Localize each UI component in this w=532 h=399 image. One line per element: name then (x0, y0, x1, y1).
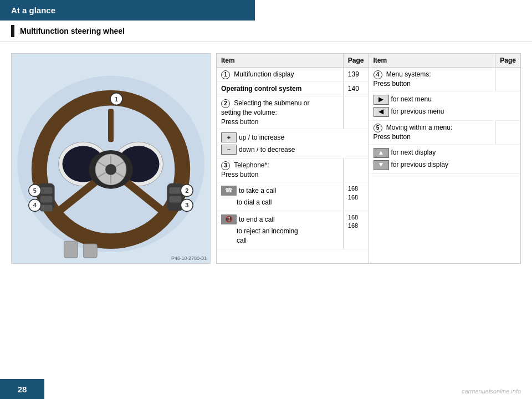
table-row: 4 Menu systems:Press button (369, 68, 521, 91)
sub-label: for previous menu (391, 107, 444, 116)
svg-text:3: 3 (185, 202, 188, 209)
row-page: 139 (343, 68, 368, 82)
page-footer: 28 (0, 379, 44, 399)
svg-rect-18 (40, 196, 53, 203)
sub-row: − down / to decrease (221, 144, 364, 156)
table-row: + up / to increase − down / to decrease (217, 129, 369, 158)
svg-text:4: 4 (33, 202, 37, 209)
sub-label: to reject an incomingcall (237, 227, 298, 245)
row-item: 4 Menu systems:Press button (369, 68, 495, 91)
sub-row: ▲ for next display (374, 147, 516, 159)
phone-pick-icon: ☎ (221, 186, 237, 196)
row-item: 📵 to end a call to reject an incomingcal… (217, 211, 343, 249)
steering-wheel-svg: 1 2 3 4 5 (12, 54, 210, 263)
left-table-page-header: Page (343, 54, 368, 68)
row-label: Multifunction display (234, 70, 294, 78)
subheader: Multifunction steering wheel (0, 21, 532, 42)
row-number: 4 (374, 70, 382, 79)
sub-row: + up / to increase (221, 131, 364, 144)
table-row: 5 Moving within a menu:Press button (369, 120, 521, 144)
row-item: ☎ to take a call to dial a call (217, 182, 343, 211)
right-table: Item Page 4 Menu systems:Press button (369, 53, 521, 264)
table-row: 📵 to end a call to reject an incomingcal… (217, 211, 369, 249)
next-display-icon: ▲ (374, 148, 389, 158)
header-title: At a glance (11, 6, 55, 15)
sub-row: 📵 to end a call (221, 213, 339, 226)
plus-icon: + (221, 132, 237, 142)
row-page (343, 96, 368, 129)
row-label: Selecting the submenu orsetting the volu… (221, 99, 309, 126)
svg-rect-19 (40, 205, 53, 212)
table-row: 1 Multifunction display 139 (217, 68, 369, 82)
left-table-item-header: Item (217, 54, 343, 68)
row-label-bold: Operating control system (221, 85, 301, 93)
sub-label: down / to decrease (239, 145, 295, 155)
subheader-title: Multifunction steering wheel (20, 27, 125, 35)
row-item: 2 Selecting the submenu orsetting the vo… (217, 96, 343, 129)
svg-rect-21 (169, 187, 181, 194)
steering-wheel-image: 1 2 3 4 5 P46·10·2780-31 (11, 53, 211, 264)
sub-row: ▶ for next menu (374, 94, 516, 106)
sub-row: to reject an incomingcall (221, 226, 339, 247)
left-table: Item Page 1 Multifunction display 139 (216, 53, 369, 264)
svg-text:2: 2 (185, 187, 188, 194)
sub-label: for previous display (391, 160, 448, 170)
row-number: 5 (374, 124, 382, 132)
svg-rect-17 (40, 187, 53, 194)
right-table-page-header: Page (495, 54, 520, 68)
row-page (495, 120, 520, 144)
table-row: 3 Telephone*:Press button (217, 158, 369, 182)
sub-row: ▼ for previous display (374, 159, 516, 171)
row-number: 2 (221, 99, 230, 108)
table-row: Operating control system 140 (217, 82, 369, 96)
svg-text:5: 5 (33, 187, 37, 194)
row-item: + up / to increase − down / to decrease (217, 129, 369, 158)
prev-menu-icon: ◀ (374, 107, 389, 117)
watermark: carmanualsonline.info (462, 388, 521, 395)
sub-label: up / to increase (239, 133, 284, 142)
svg-text:1: 1 (115, 96, 118, 103)
photo-credit: P46·10·2780-31 (171, 255, 207, 261)
next-menu-icon: ▶ (374, 95, 389, 105)
row-item: 5 Moving within a menu:Press button (369, 120, 495, 144)
row-page: 168168 (343, 182, 368, 211)
row-item: ▶ for next menu ◀ for previous menu (369, 91, 521, 120)
sub-label: to end a call (239, 215, 275, 224)
svg-point-15 (105, 164, 116, 175)
table-row: ▲ for next display ▼ for previous displa… (369, 144, 521, 173)
page-number: 28 (18, 385, 27, 394)
row-page (495, 68, 520, 91)
sub-row: ☎ to take a call (221, 185, 339, 197)
tables-area: Item Page 1 Multifunction display 139 (216, 53, 521, 264)
table-row: 2 Selecting the submenu orsetting the vo… (217, 96, 369, 129)
svg-rect-34 (83, 244, 97, 258)
row-item: Operating control system (217, 82, 343, 96)
row-page: 168168 (343, 211, 368, 249)
row-number: 1 (221, 70, 230, 79)
row-item: 3 Telephone*:Press button (217, 158, 343, 182)
table-row: ▶ for next menu ◀ for previous menu (369, 91, 521, 120)
row-item: ▲ for next display ▼ for previous displa… (369, 144, 521, 173)
row-page (343, 158, 368, 182)
subheader-accent-bar (11, 25, 14, 37)
table-row: ☎ to take a call to dial a call 168168 (217, 182, 369, 211)
row-label: Moving within a menu:Press button (374, 124, 453, 141)
prev-display-icon: ▼ (374, 160, 389, 170)
main-content: 1 2 3 4 5 P46·10·2780-31 (0, 48, 532, 269)
sub-label: to take a call (239, 186, 276, 196)
sub-label: to dial a call (237, 198, 272, 207)
right-table-item-header: Item (369, 54, 495, 68)
minus-icon: − (221, 145, 237, 155)
header-bar: At a glance (0, 0, 255, 21)
row-item: 1 Multifunction display (217, 68, 343, 82)
svg-rect-7 (108, 109, 114, 142)
row-page: 140 (343, 82, 368, 96)
sub-row: ◀ for previous menu (374, 106, 516, 118)
sub-row: to dial a call (221, 197, 339, 208)
row-number: 3 (221, 161, 230, 170)
sub-label: for next display (391, 148, 436, 157)
svg-rect-33 (64, 241, 78, 258)
svg-rect-22 (169, 196, 181, 203)
sub-label: for next menu (391, 95, 432, 104)
phone-end-icon: 📵 (221, 214, 237, 224)
